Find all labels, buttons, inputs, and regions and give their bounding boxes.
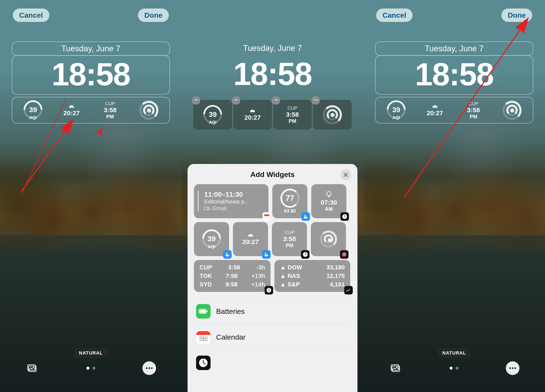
app-list-item-clock[interactable] xyxy=(194,350,351,376)
phone-screen-2: Tuesday, June 7 18:58 − 39 AQI − 20:27 −… xyxy=(182,0,363,392)
clock-app-badge-icon xyxy=(265,286,273,294)
weather-app-badge-icon xyxy=(223,250,232,259)
worldclock-widget[interactable]: − CUP 3:58 PM xyxy=(273,100,312,130)
time-widget: 18:58 xyxy=(193,55,352,94)
event-source: Gmail xyxy=(201,205,266,212)
alarm-time: 07:30 xyxy=(321,199,337,206)
bell-icon xyxy=(325,190,333,198)
svg-point-31 xyxy=(200,340,201,341)
city-ampm: PM xyxy=(289,118,296,124)
app-label: Calendar xyxy=(216,333,245,341)
city-code: CUP xyxy=(287,106,297,111)
batteries-app-icon xyxy=(196,304,211,318)
activity-widget[interactable]: − xyxy=(313,100,352,130)
city-row: SYD8:58+14h xyxy=(196,280,268,289)
city-code: CUP xyxy=(285,230,294,235)
app-list-item-calendar[interactable]: Calendar xyxy=(194,324,351,350)
aqi-ring-icon: 39 xyxy=(199,101,226,127)
city-row: CUP3:58-3h xyxy=(196,263,268,272)
svg-rect-6 xyxy=(204,207,208,210)
svg-line-42 xyxy=(404,22,525,198)
stock-row: ▲ S&P4,161 xyxy=(277,280,348,289)
event-time: 11:00–11:30 xyxy=(201,191,266,199)
date-widget: Tuesday, June 7 xyxy=(193,42,352,55)
svg-rect-19 xyxy=(200,310,206,313)
city-time: 3:58 xyxy=(283,235,296,243)
aqi-widget-option[interactable]: 39 AQI xyxy=(194,222,229,256)
stocks-widget-option[interactable]: ▲ DOW33,180 ▲ NAS12,175 ▲ S&P4,161 xyxy=(274,260,350,292)
stocks-app-badge-icon xyxy=(344,286,353,294)
alarm-widget-option[interactable]: 07:30 AM xyxy=(311,184,346,218)
event-title: Editorial/News p... xyxy=(201,199,266,205)
svg-point-12 xyxy=(265,253,267,255)
alarm-ampm: AM xyxy=(325,206,333,212)
aqi-widget[interactable]: − 39 AQI xyxy=(193,100,232,130)
clock-app-badge-icon xyxy=(341,212,349,221)
svg-point-32 xyxy=(201,340,202,341)
sunset-icon xyxy=(247,233,254,236)
svg-point-16 xyxy=(344,254,345,255)
stock-row: ▲ DOW33,180 xyxy=(277,263,348,272)
annotation-arrow-svg xyxy=(363,0,545,392)
svg-point-27 xyxy=(201,338,202,339)
sunset-time: 20:27 xyxy=(242,238,259,245)
svg-point-23 xyxy=(203,337,204,337)
sunset-widget[interactable]: − 20:27 xyxy=(233,100,272,130)
phone-screen-3: Cancel Done Tuesday, June 7 18:58 39 AQI… xyxy=(363,0,545,392)
app-label: Batteries xyxy=(216,307,245,316)
app-list-item-batteries[interactable]: Batteries xyxy=(194,298,351,324)
activity-widget-option[interactable] xyxy=(311,222,346,256)
activity-rings-icon xyxy=(320,230,337,248)
remove-widget-button[interactable]: − xyxy=(232,96,240,105)
svg-point-30 xyxy=(206,338,207,339)
annotation-arrow-svg xyxy=(0,0,182,392)
svg-point-33 xyxy=(203,340,204,341)
svg-rect-20 xyxy=(207,311,208,312)
svg-point-9 xyxy=(304,215,306,217)
svg-rect-8 xyxy=(264,214,269,216)
sunset-widget-option[interactable]: 20:27 xyxy=(233,222,268,256)
sunset-icon xyxy=(249,108,256,112)
remove-widget-button[interactable]: − xyxy=(192,96,200,105)
sheet-title: Add Widgets xyxy=(194,170,351,179)
svg-point-11 xyxy=(226,253,228,255)
weather-app-badge-icon xyxy=(262,250,271,259)
temp-ring-icon: 77 xyxy=(280,189,300,208)
stock-row: ▲ NAS12,175 xyxy=(277,272,348,280)
svg-point-29 xyxy=(205,338,206,339)
close-icon xyxy=(343,173,348,177)
clock-app-icon xyxy=(196,356,211,370)
sunset-time: 20:27 xyxy=(244,114,261,121)
aqi-ring-icon: 39 xyxy=(198,225,225,252)
calendar-app-icon xyxy=(196,330,211,344)
svg-point-25 xyxy=(206,337,207,337)
close-sheet-button[interactable] xyxy=(341,169,351,180)
svg-point-22 xyxy=(201,337,202,337)
app-list: Batteries Calendar xyxy=(194,298,351,376)
svg-point-35 xyxy=(206,340,207,341)
remove-widget-button[interactable]: − xyxy=(312,96,320,105)
temp-range: 63 82 xyxy=(284,208,296,214)
video-icon xyxy=(204,206,210,211)
weather-widget-option[interactable]: 77 63 82 xyxy=(272,184,307,218)
svg-point-34 xyxy=(205,340,206,341)
calendar-widget-option[interactable]: 11:00–11:30 Editorial/News p... Gmail xyxy=(194,184,268,218)
city-time: 3:58 xyxy=(286,111,299,118)
worldclock-list-widget-option[interactable]: CUP3:58-3h TOK7:58+13h SYD8:58+14h xyxy=(194,260,271,292)
city-ampm: PM xyxy=(286,243,293,249)
svg-point-28 xyxy=(203,338,204,339)
weather-app-badge-icon xyxy=(301,212,310,221)
widget-row-editing: − 39 AQI − 20:27 − CUP 3:58 PM − xyxy=(193,97,352,133)
add-widgets-sheet: Add Widgets 11:00–11:30 Editorial/News p… xyxy=(188,164,357,392)
clock-app-badge-icon xyxy=(301,250,310,259)
svg-line-5 xyxy=(21,124,70,192)
calendar-app-badge-icon xyxy=(262,212,271,221)
widget-suggestions-grid: 11:00–11:30 Editorial/News p... Gmail 77… xyxy=(194,184,351,292)
svg-point-26 xyxy=(200,338,201,339)
activity-rings-icon xyxy=(323,105,342,124)
svg-point-15 xyxy=(343,253,346,256)
phone-screen-1: Cancel Done Tuesday, June 7 18:58 39 AQI… xyxy=(0,0,182,392)
remove-widget-button[interactable]: − xyxy=(272,96,280,105)
fitness-app-badge-icon xyxy=(340,250,348,259)
worldclock-widget-option[interactable]: CUP 3:58 PM xyxy=(272,222,307,256)
